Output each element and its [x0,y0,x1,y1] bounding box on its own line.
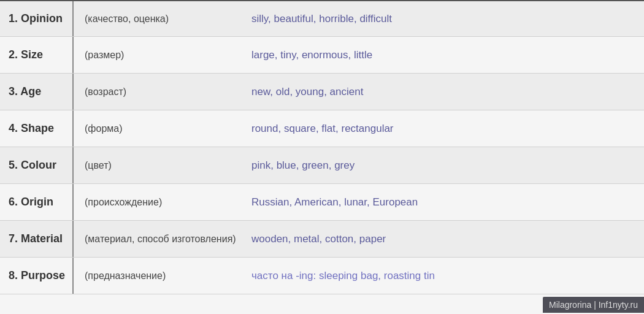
row-description: (цвет) [74,154,245,177]
table-row: 3. Age(возраст)new, old, young, ancient [0,74,644,110]
row-examples: pink, blue, green, grey [245,153,644,178]
main-table: 1. Opinion(качество, оценка)silly, beaut… [0,0,644,314]
row-description: (предназначение) [74,264,245,288]
table-row: 4. Shape(форма)round, square, flat, rect… [0,110,644,147]
row-number-label: 7. Material [0,221,74,257]
table-row: 2. Size(размер)large, tiny, enormous, li… [0,37,644,74]
row-number-label: 3. Age [0,74,74,110]
table-row: 7. Material(материал, способ изготовлени… [0,221,644,258]
row-examples: new, old, young, ancient [245,80,644,104]
row-number-label: 5. Colour [0,147,74,183]
row-examples: часто на -ing: sleeping bag, roasting ti… [245,264,644,288]
row-number-label: 2. Size [0,37,74,73]
row-examples: round, square, flat, rectangular [245,117,644,141]
row-description: (форма) [74,117,245,140]
row-description: (материал, способ изготовления) [74,228,245,251]
row-description: (размер) [74,44,245,67]
row-number-label: 4. Shape [0,110,74,147]
row-number-label: 6. Origin [0,184,74,220]
row-description: (возраст) [74,80,245,104]
row-number-label: 8. Purpose [0,258,74,294]
table-row: 1. Opinion(качество, оценка)silly, beaut… [0,0,644,37]
watermark-label: Milagrorina | Inf1nyty.ru [543,297,644,313]
row-examples: Russian, American, lunar, European [245,190,644,215]
table-row: 5. Colour(цвет)pink, blue, green, grey [0,147,644,184]
table-row: 8. Purpose(предназначение)часто на -ing:… [0,258,644,294]
row-examples: large, tiny, enormous, little [245,43,644,67]
row-description: (происхождение) [74,191,245,214]
table-row: 6. Origin(происхождение)Russian, America… [0,184,644,221]
row-description: (качество, оценка) [74,7,245,31]
row-examples: wooden, metal, cotton, paper [245,227,644,251]
row-examples: silly, beautiful, horrible, difficult [245,7,644,31]
row-number-label: 1. Opinion [0,1,74,36]
